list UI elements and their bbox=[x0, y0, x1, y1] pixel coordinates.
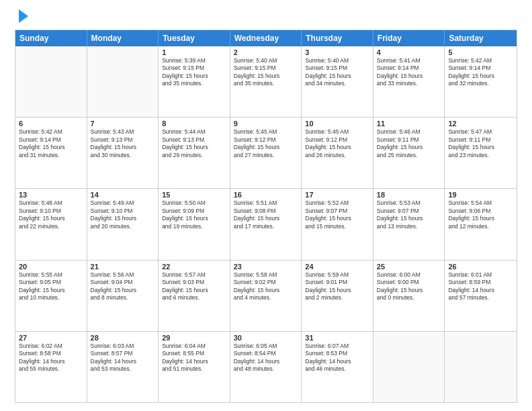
cell-details: Sunrise: 5:45 AM Sunset: 9:12 PM Dayligh… bbox=[234, 128, 298, 159]
calendar-cell: 17Sunrise: 5:52 AM Sunset: 9:07 PM Dayli… bbox=[302, 189, 373, 259]
calendar-body: 1Sunrise: 5:39 AM Sunset: 9:15 PM Daylig… bbox=[15, 46, 517, 402]
week-row-2: 6Sunrise: 5:42 AM Sunset: 9:14 PM Daylig… bbox=[15, 118, 517, 189]
cell-details: Sunrise: 6:00 AM Sunset: 9:00 PM Dayligh… bbox=[377, 271, 441, 302]
calendar-cell: 31Sunrise: 6:07 AM Sunset: 8:53 PM Dayli… bbox=[302, 332, 373, 402]
page: SundayMondayTuesdayWednesdayThursdayFrid… bbox=[0, 0, 532, 411]
day-number: 19 bbox=[448, 191, 513, 199]
week-row-4: 20Sunrise: 5:55 AM Sunset: 9:05 PM Dayli… bbox=[15, 261, 517, 332]
cell-details: Sunrise: 5:57 AM Sunset: 9:03 PM Dayligh… bbox=[162, 271, 226, 302]
day-number: 11 bbox=[377, 120, 441, 128]
day-number: 1 bbox=[162, 48, 226, 56]
cell-details: Sunrise: 5:50 AM Sunset: 9:09 PM Dayligh… bbox=[162, 199, 226, 230]
day-number: 15 bbox=[162, 191, 226, 199]
cell-details: Sunrise: 5:45 AM Sunset: 9:12 PM Dayligh… bbox=[305, 128, 369, 159]
calendar-cell bbox=[445, 332, 517, 402]
logo-arrow-icon bbox=[19, 9, 28, 23]
calendar-cell: 26Sunrise: 6:01 AM Sunset: 8:59 PM Dayli… bbox=[445, 261, 517, 331]
header-day-sunday: Sunday bbox=[15, 30, 87, 46]
day-number: 8 bbox=[162, 120, 226, 128]
calendar-cell: 3Sunrise: 5:40 AM Sunset: 9:15 PM Daylig… bbox=[302, 46, 373, 117]
day-number: 4 bbox=[377, 48, 441, 56]
calendar-cell: 9Sunrise: 5:45 AM Sunset: 9:12 PM Daylig… bbox=[230, 118, 302, 188]
cell-details: Sunrise: 5:46 AM Sunset: 9:11 PM Dayligh… bbox=[377, 128, 441, 159]
header-day-friday: Friday bbox=[373, 30, 445, 46]
cell-details: Sunrise: 5:59 AM Sunset: 9:01 PM Dayligh… bbox=[305, 271, 369, 302]
calendar-cell: 2Sunrise: 5:40 AM Sunset: 9:15 PM Daylig… bbox=[230, 46, 302, 117]
day-number: 3 bbox=[305, 48, 369, 56]
day-number: 6 bbox=[19, 120, 83, 128]
calendar-cell: 27Sunrise: 6:02 AM Sunset: 8:58 PM Dayli… bbox=[15, 332, 87, 402]
day-number: 26 bbox=[448, 263, 513, 271]
cell-details: Sunrise: 5:43 AM Sunset: 9:13 PM Dayligh… bbox=[91, 128, 155, 159]
cell-details: Sunrise: 6:01 AM Sunset: 8:59 PM Dayligh… bbox=[448, 271, 513, 302]
day-number: 22 bbox=[162, 263, 226, 271]
cell-details: Sunrise: 6:04 AM Sunset: 8:55 PM Dayligh… bbox=[162, 342, 226, 373]
day-number: 2 bbox=[234, 48, 298, 56]
day-number: 13 bbox=[19, 191, 83, 199]
cell-details: Sunrise: 5:58 AM Sunset: 9:02 PM Dayligh… bbox=[234, 271, 298, 302]
cell-details: Sunrise: 6:03 AM Sunset: 8:57 PM Dayligh… bbox=[91, 342, 155, 373]
week-row-1: 1Sunrise: 5:39 AM Sunset: 9:15 PM Daylig… bbox=[15, 46, 517, 118]
cell-details: Sunrise: 5:42 AM Sunset: 9:14 PM Dayligh… bbox=[448, 57, 513, 88]
calendar-cell: 5Sunrise: 5:42 AM Sunset: 9:14 PM Daylig… bbox=[445, 46, 517, 117]
cell-details: Sunrise: 5:49 AM Sunset: 9:10 PM Dayligh… bbox=[91, 199, 155, 230]
calendar-cell: 11Sunrise: 5:46 AM Sunset: 9:11 PM Dayli… bbox=[373, 118, 445, 188]
calendar-cell: 10Sunrise: 5:45 AM Sunset: 9:12 PM Dayli… bbox=[302, 118, 373, 188]
calendar-cell: 18Sunrise: 5:53 AM Sunset: 9:07 PM Dayli… bbox=[373, 189, 445, 259]
header-day-wednesday: Wednesday bbox=[230, 30, 302, 46]
cell-details: Sunrise: 6:02 AM Sunset: 8:58 PM Dayligh… bbox=[19, 342, 83, 373]
calendar-cell: 14Sunrise: 5:49 AM Sunset: 9:10 PM Dayli… bbox=[87, 189, 159, 259]
cell-details: Sunrise: 5:41 AM Sunset: 9:14 PM Dayligh… bbox=[377, 57, 441, 88]
calendar-cell: 8Sunrise: 5:44 AM Sunset: 9:13 PM Daylig… bbox=[159, 118, 230, 188]
day-number: 10 bbox=[305, 120, 369, 128]
calendar-cell: 23Sunrise: 5:58 AM Sunset: 9:02 PM Dayli… bbox=[230, 261, 302, 331]
header-day-tuesday: Tuesday bbox=[159, 30, 230, 46]
cell-details: Sunrise: 6:05 AM Sunset: 8:54 PM Dayligh… bbox=[234, 342, 298, 373]
day-number: 14 bbox=[91, 191, 155, 199]
cell-details: Sunrise: 5:44 AM Sunset: 9:13 PM Dayligh… bbox=[162, 128, 226, 159]
calendar-header: SundayMondayTuesdayWednesdayThursdayFrid… bbox=[15, 30, 517, 46]
cell-details: Sunrise: 5:39 AM Sunset: 9:15 PM Dayligh… bbox=[162, 57, 226, 88]
calendar-cell: 7Sunrise: 5:43 AM Sunset: 9:13 PM Daylig… bbox=[87, 118, 159, 188]
day-number: 16 bbox=[234, 191, 298, 199]
day-number: 24 bbox=[305, 263, 369, 271]
week-row-5: 27Sunrise: 6:02 AM Sunset: 8:58 PM Dayli… bbox=[15, 332, 517, 402]
day-number: 9 bbox=[234, 120, 298, 128]
day-number: 25 bbox=[377, 263, 441, 271]
cell-details: Sunrise: 5:54 AM Sunset: 9:06 PM Dayligh… bbox=[448, 199, 513, 230]
calendar-cell: 12Sunrise: 5:47 AM Sunset: 9:11 PM Dayli… bbox=[445, 118, 517, 188]
header-day-monday: Monday bbox=[87, 30, 159, 46]
calendar-cell: 19Sunrise: 5:54 AM Sunset: 9:06 PM Dayli… bbox=[445, 189, 517, 259]
cell-details: Sunrise: 5:40 AM Sunset: 9:15 PM Dayligh… bbox=[234, 57, 298, 88]
calendar-cell: 20Sunrise: 5:55 AM Sunset: 9:05 PM Dayli… bbox=[15, 261, 87, 331]
cell-details: Sunrise: 5:53 AM Sunset: 9:07 PM Dayligh… bbox=[377, 199, 441, 230]
day-number: 20 bbox=[19, 263, 83, 271]
calendar-cell: 22Sunrise: 5:57 AM Sunset: 9:03 PM Dayli… bbox=[159, 261, 230, 331]
day-number: 29 bbox=[162, 334, 226, 342]
cell-details: Sunrise: 5:56 AM Sunset: 9:04 PM Dayligh… bbox=[91, 271, 155, 302]
day-number: 7 bbox=[91, 120, 155, 128]
calendar-cell: 13Sunrise: 5:48 AM Sunset: 9:10 PM Dayli… bbox=[15, 189, 87, 259]
cell-details: Sunrise: 5:51 AM Sunset: 9:08 PM Dayligh… bbox=[234, 199, 298, 230]
cell-details: Sunrise: 5:42 AM Sunset: 9:14 PM Dayligh… bbox=[19, 128, 83, 159]
cell-details: Sunrise: 5:40 AM Sunset: 9:15 PM Dayligh… bbox=[305, 57, 369, 88]
calendar-cell: 1Sunrise: 5:39 AM Sunset: 9:15 PM Daylig… bbox=[159, 46, 230, 117]
cell-details: Sunrise: 6:07 AM Sunset: 8:53 PM Dayligh… bbox=[305, 342, 369, 373]
header bbox=[15, 12, 517, 23]
calendar-cell bbox=[15, 46, 87, 117]
calendar-cell: 29Sunrise: 6:04 AM Sunset: 8:55 PM Dayli… bbox=[159, 332, 230, 402]
calendar-cell: 6Sunrise: 5:42 AM Sunset: 9:14 PM Daylig… bbox=[15, 118, 87, 188]
day-number: 5 bbox=[448, 48, 513, 56]
calendar-cell: 15Sunrise: 5:50 AM Sunset: 9:09 PM Dayli… bbox=[159, 189, 230, 259]
day-number: 30 bbox=[234, 334, 298, 342]
week-row-3: 13Sunrise: 5:48 AM Sunset: 9:10 PM Dayli… bbox=[15, 189, 517, 260]
cell-details: Sunrise: 5:47 AM Sunset: 9:11 PM Dayligh… bbox=[448, 128, 513, 159]
calendar-cell bbox=[87, 46, 159, 117]
cell-details: Sunrise: 5:55 AM Sunset: 9:05 PM Dayligh… bbox=[19, 271, 83, 302]
calendar-cell: 28Sunrise: 6:03 AM Sunset: 8:57 PM Dayli… bbox=[87, 332, 159, 402]
calendar-cell: 30Sunrise: 6:05 AM Sunset: 8:54 PM Dayli… bbox=[230, 332, 302, 402]
calendar-cell: 16Sunrise: 5:51 AM Sunset: 9:08 PM Dayli… bbox=[230, 189, 302, 259]
day-number: 18 bbox=[377, 191, 441, 199]
day-number: 28 bbox=[91, 334, 155, 342]
header-day-saturday: Saturday bbox=[445, 30, 517, 46]
